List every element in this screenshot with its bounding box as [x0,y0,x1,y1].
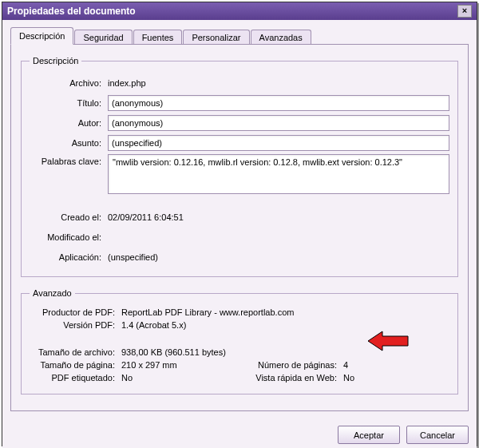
vista-rapida-label: Vista rápida en Web: [251,373,343,383]
version-value: 1.4 (Acrobat 5.x) [121,320,449,330]
titulo-input[interactable] [108,95,449,111]
tab-personalizar[interactable]: Personalizar [183,30,249,45]
tab-avanzadas[interactable]: Avanzadas [251,30,311,45]
aceptar-button[interactable]: Aceptar [338,426,400,444]
palabras-input[interactable]: "mwlib version: 0.12.16, mwlib.rl versio… [108,154,449,194]
tamano-archivo-label: Tamaño de archivo: [30,347,121,357]
asunto-label: Asunto: [30,138,108,148]
window-title: Propiedades del documento [7,6,136,17]
productor-label: Productor de PDF: [30,307,121,317]
button-bar: Aceptar Cancelar [2,419,477,448]
tab-descripcion[interactable]: Descripción [10,27,73,45]
properties-dialog: Propiedades del documento × Descripción … [2,2,477,446]
tamano-archivo-value: 938,00 KB (960.511 bytes) [121,347,228,357]
titlebar[interactable]: Propiedades del documento × [2,2,477,20]
tab-panel-descripcion: Descripción Archivo: index.php Título: A… [10,44,469,411]
cancelar-button[interactable]: Cancelar [406,426,469,444]
num-paginas-value: 4 [343,360,449,370]
creado-value: 02/09/2011 6:04:51 [108,212,449,222]
aplicacion-value: (unspecified) [108,252,449,262]
avanzado-group: Avanzado Productor de PDF: ReportLab PDF… [21,288,458,394]
descripcion-legend: Descripción [30,56,81,65]
vista-rapida-value: No [343,373,449,383]
creado-label: Creado el: [30,212,108,222]
tab-strip: Descripción Seguridad Fuentes Personaliz… [10,26,469,44]
aplicacion-label: Aplicación: [30,252,108,262]
archivo-label: Archivo: [30,78,108,88]
tamano-pagina-value: 210 x 297 mm [121,360,228,370]
etiquetado-value: No [121,373,228,383]
avanzado-legend: Avanzado [30,288,75,298]
autor-label: Autor: [30,118,108,128]
descripcion-group: Descripción Archivo: index.php Título: A… [21,56,458,277]
autor-input[interactable] [108,115,449,131]
content-area: Descripción Seguridad Fuentes Personaliz… [2,20,477,419]
modificado-label: Modificado el: [30,232,108,242]
titulo-label: Título: [30,98,108,108]
tab-fuentes[interactable]: Fuentes [133,30,183,45]
tamano-pagina-label: Tamaño de página: [30,360,121,370]
asunto-input[interactable] [108,135,449,151]
palabras-label: Palabras clave: [30,154,108,166]
num-paginas-label: Número de páginas: [251,360,343,370]
archivo-value: index.php [108,78,449,88]
tab-seguridad[interactable]: Seguridad [74,30,132,45]
close-button[interactable]: × [457,5,472,18]
productor-value: ReportLab PDF Library - www.reportlab.co… [121,307,449,317]
version-label: Versión PDF: [30,320,121,330]
etiquetado-label: PDF etiquetado: [30,373,121,383]
